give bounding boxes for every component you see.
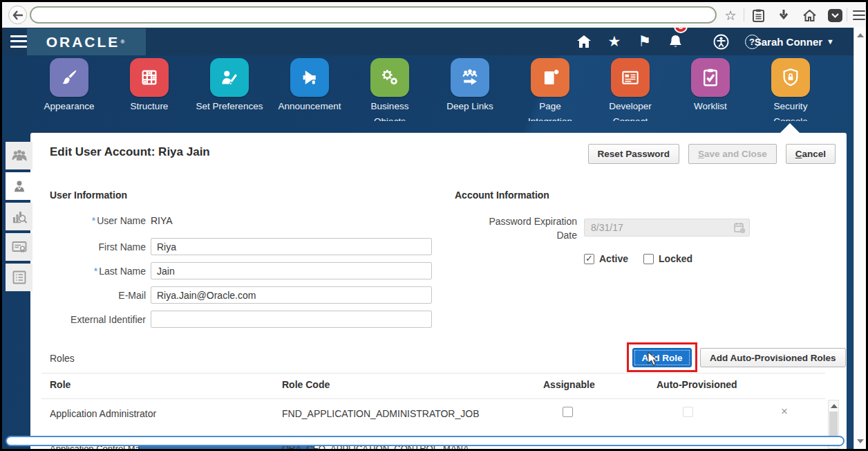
sidebar-tab-users[interactable] xyxy=(6,172,32,200)
sidebar-tab-roles[interactable] xyxy=(6,142,32,169)
oracle-logo: ORACLE® xyxy=(27,28,146,55)
chevron-down-icon: ▼ xyxy=(827,37,834,46)
assignable-checkbox[interactable] xyxy=(563,407,573,417)
panel-pointer-triangle xyxy=(780,123,800,133)
external-identifier-label: External Identifier xyxy=(49,314,146,325)
dialog-action-buttons: Reset Password Save and Close Cancel xyxy=(588,144,836,164)
external-identifier-field[interactable] xyxy=(151,311,432,328)
deep-links-icon[interactable] xyxy=(451,58,489,97)
page-title: Edit User Account: Riya Jain xyxy=(50,145,210,159)
pocket-icon[interactable] xyxy=(827,8,843,23)
page-integration-icon[interactable] xyxy=(531,58,569,97)
add-role-button[interactable]: Add Role xyxy=(632,348,692,367)
column-header-auto-provisioned: Auto-Provisioned xyxy=(657,379,737,390)
springboard-item-structure[interactable]: Structure xyxy=(109,58,189,133)
edit-user-account-dialog: Edit User Account: Riya Jain Reset Passw… xyxy=(30,133,847,449)
table-divider xyxy=(41,398,825,399)
save-and-close-button[interactable]: Save and Close xyxy=(688,144,777,164)
reset-password-button[interactable]: Reset Password xyxy=(588,144,679,164)
remove-role-icon[interactable]: × xyxy=(781,405,788,418)
horizontal-scrollbar[interactable] xyxy=(6,436,845,446)
column-header-role-code: Role Code xyxy=(282,379,330,390)
announcement-icon[interactable] xyxy=(290,58,329,97)
favorites-star-icon[interactable]: ★ xyxy=(605,28,624,55)
oracle-application-page: ORACLE® ★ ⚑ 8 ? Sarah Conner ▼ xyxy=(2,28,853,449)
scroll-up-arrow-icon[interactable] xyxy=(831,404,838,408)
locked-checkbox[interactable] xyxy=(643,254,654,264)
springboard-item-appearance[interactable]: Appearance xyxy=(29,58,109,133)
account-status-checkboxes: Active Locked xyxy=(584,253,692,264)
set-preferences-icon[interactable] xyxy=(210,58,249,97)
locked-label: Locked xyxy=(659,253,692,264)
appearance-icon[interactable] xyxy=(50,58,88,97)
back-arrow-icon xyxy=(12,10,23,20)
email-field[interactable] xyxy=(151,286,432,304)
notifications-bell-icon[interactable]: 8 xyxy=(666,28,685,55)
browser-url-bar[interactable] xyxy=(30,6,717,24)
last-name-label: *Last Name xyxy=(49,266,146,277)
user-information-heading: User Information xyxy=(50,190,127,201)
scroll-down-arrow-icon[interactable] xyxy=(857,439,864,443)
global-header: ORACLE® ★ ⚑ 8 ? Sarah Conner ▼ xyxy=(2,28,853,55)
user-name-label: *User Name xyxy=(49,215,146,226)
url-input[interactable] xyxy=(31,8,715,22)
locked-checkbox-pair[interactable]: Locked xyxy=(643,253,692,264)
springboard-item-security-console[interactable]: Security Console xyxy=(751,58,831,133)
springboard-item-worklist[interactable]: Worklist xyxy=(670,58,751,133)
table-divider xyxy=(41,373,825,374)
roles-heading: Roles xyxy=(50,353,75,364)
browser-back-button[interactable] xyxy=(8,6,27,24)
first-name-field[interactable] xyxy=(151,238,432,255)
column-header-assignable: Assignable xyxy=(543,379,595,390)
home-icon-browser[interactable] xyxy=(801,8,818,23)
first-name-label: First Name xyxy=(49,241,146,252)
security-console-icon[interactable] xyxy=(771,58,810,97)
cancel-button[interactable]: Cancel xyxy=(786,144,836,164)
home-icon-header[interactable] xyxy=(574,28,594,55)
springboard-item-business-objects[interactable]: Business Objects xyxy=(350,58,430,133)
business-objects-icon[interactable] xyxy=(370,58,409,97)
active-checkbox-pair[interactable]: Active xyxy=(584,253,628,264)
password-expiration-label: Password Expiration Date xyxy=(480,214,577,242)
download-icon[interactable] xyxy=(775,8,792,23)
accessibility-icon[interactable] xyxy=(711,28,730,55)
required-asterisk: * xyxy=(94,266,97,277)
reading-list-icon[interactable] xyxy=(750,8,766,23)
add-auto-provisioned-roles-button[interactable]: Add Auto-Provisioned Roles xyxy=(700,348,846,367)
bookmark-star-icon[interactable]: ☆ xyxy=(722,8,739,23)
column-header-role: Role xyxy=(50,379,70,390)
auto-provisioned-checkbox xyxy=(683,407,693,417)
last-name-field[interactable] xyxy=(151,262,432,279)
user-name-value: RIYA xyxy=(151,215,173,226)
vertical-scrollbar[interactable] xyxy=(853,28,866,449)
browser-menu-icon[interactable] xyxy=(851,8,867,23)
browser-toolbar: ☆ xyxy=(2,2,866,28)
role-code-cell: FND_APPLICATION_ADMINISTRATOR_JOB xyxy=(282,408,480,419)
screenshot-frame: ☆ ORACLE® ★ ⚑ 8 xyxy=(0,0,868,451)
watchlist-flag-icon[interactable]: ⚑ xyxy=(635,28,654,55)
worklist-icon[interactable] xyxy=(691,58,730,97)
active-checkbox[interactable] xyxy=(584,254,594,264)
user-name: Sarah Conner xyxy=(755,36,822,48)
structure-icon[interactable] xyxy=(130,58,169,97)
sidebar-tab-administration[interactable] xyxy=(6,264,32,291)
springboard-item-deep-links[interactable]: Deep Links xyxy=(430,58,510,133)
navigator-menu-icon[interactable] xyxy=(10,35,28,48)
calendar-icon xyxy=(734,222,746,237)
scroll-up-arrow-icon[interactable] xyxy=(857,33,864,37)
role-cell: Application Administrator xyxy=(50,408,156,419)
springboard-item-page-integration[interactable]: Page Integration xyxy=(510,58,590,133)
user-menu[interactable]: Sarah Conner ▼ xyxy=(755,28,834,55)
required-asterisk: * xyxy=(92,215,95,226)
password-expiration-field xyxy=(584,219,750,237)
developer-connect-icon[interactable] xyxy=(611,58,650,97)
sidebar-tab-certificates[interactable] xyxy=(6,233,32,261)
toolbar-separator xyxy=(847,8,847,21)
sidebar-tab-analytics[interactable] xyxy=(6,203,32,230)
springboard-item-announcement[interactable]: Announcement xyxy=(270,58,350,133)
active-label: Active xyxy=(599,253,628,264)
springboard-item-developer-connect[interactable]: Developer Connect xyxy=(590,58,670,133)
toolbar-separator xyxy=(744,8,744,21)
notification-count-badge: 8 xyxy=(674,28,688,33)
springboard-item-set-preferences[interactable]: Set Preferences xyxy=(189,58,270,133)
